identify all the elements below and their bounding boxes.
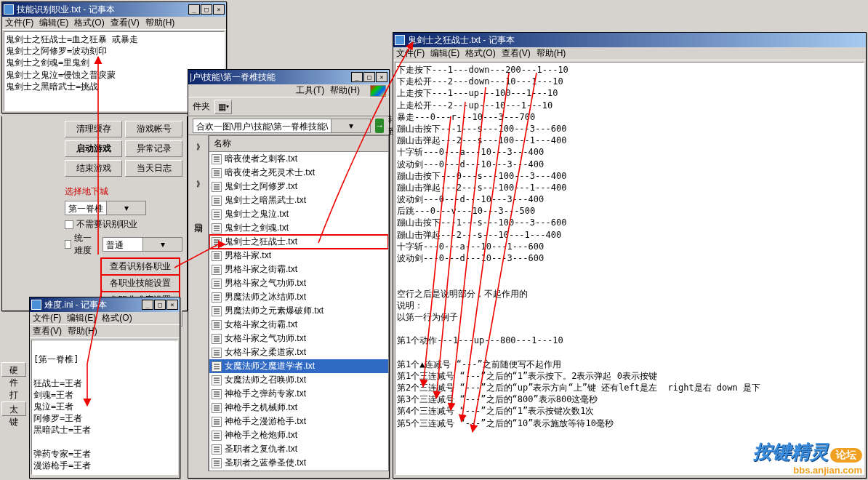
go-icon[interactable]: →: [375, 119, 384, 133]
menu-tools[interactable]: 工具(T): [296, 84, 324, 97]
menu-edit[interactable]: 编辑(E): [39, 17, 68, 29]
menu-format[interactable]: 格式(O): [102, 312, 132, 324]
file-row[interactable]: 神枪手之机械师.txt: [209, 401, 388, 415]
file-row[interactable]: 男格斗家之街霸.txt: [209, 263, 388, 276]
file-row[interactable]: 男格斗家之气功师.txt: [209, 276, 388, 290]
minimize-button[interactable]: _: [142, 300, 153, 310]
address-dropdown[interactable]: \合欢一图\用户\技能\第一脊椎技能 ▾: [193, 119, 371, 133]
watermark-text: 按键精灵: [753, 441, 829, 463]
file-name: 圣职者之复仇者.txt: [225, 443, 297, 455]
close-button[interactable]: ×: [213, 4, 225, 15]
file-row[interactable]: 暗夜使者之死灵术士.txt: [209, 166, 388, 180]
expand-icon[interactable]: ⟫: [196, 180, 201, 188]
btn-view-jobs[interactable]: 查看识别各职业: [101, 258, 180, 275]
btn-start-game[interactable]: 启动游戏: [65, 140, 122, 157]
file-name: 鬼剑士之狂战士.txt: [225, 236, 297, 248]
text-content[interactable]: [第一脊椎] 狂战士=王者 剑魂=王者 鬼泣=王者 阿修罗=王者 黑暗武士=王者…: [31, 340, 178, 475]
menu-help[interactable]: 帮助(H): [145, 17, 175, 29]
expand-icon[interactable]: ⟫: [196, 143, 201, 151]
file-icon: [212, 265, 222, 275]
hardware-fragment: 硬件打 太键: [1, 362, 28, 427]
text-content[interactable]: 下走按下---1---down---200---1---10 下走松开---2-…: [395, 62, 864, 475]
file-name: 男格斗家之气功师.txt: [225, 277, 306, 289]
titlebar[interactable]: 鬼剑士之狂战士.txt - 记事本: [393, 33, 866, 47]
menubar: 文件(F) 编辑(E) 格式(O): [30, 312, 180, 325]
menu-view[interactable]: 查看(V): [110, 17, 140, 29]
difficulty-dropdown[interactable]: 普通 ▾: [103, 237, 182, 252]
titlebar[interactable]: 技能识别职业.txt - 记事本 _ □ ×: [2, 2, 226, 17]
menu-edit[interactable]: 编辑(E): [67, 312, 96, 324]
file-name: 神枪手之机械师.txt: [225, 401, 297, 414]
app-icon: [395, 35, 405, 45]
maximize-button[interactable]: □: [154, 300, 166, 310]
chevron-down-icon[interactable]: ▾: [106, 201, 145, 215]
chk-label: 不需要识别职业: [76, 218, 137, 231]
file-row[interactable]: 男魔法师之元素爆破师.txt: [209, 304, 388, 318]
btn-abnormal-log[interactable]: 异常记录: [125, 140, 182, 157]
file-row[interactable]: 鬼剑士之狂战士.txt: [209, 235, 388, 249]
window-title: |户\技能\第一脊椎技能: [190, 71, 351, 84]
chevron-down-icon[interactable]: ▾: [331, 119, 370, 132]
checkbox-box[interactable]: [65, 240, 71, 249]
file-list[interactable]: 名称 暗夜使者之刺客.txt暗夜使者之死灵术士.txt鬼剑士之阿修罗.txt鬼剑…: [209, 135, 389, 471]
file-row[interactable]: 神枪手之弹药专家.txt: [209, 387, 388, 401]
file-row[interactable]: 女格斗家之气功师.txt: [209, 332, 388, 345]
file-row[interactable]: 男格斗家.txt: [209, 249, 388, 263]
file-row[interactable]: 鬼剑士之鬼泣.txt: [209, 207, 388, 221]
file-row[interactable]: 女魔法师之魔道学者.txt: [209, 359, 388, 373]
file-row[interactable]: 男魔法师之冰结师.txt: [209, 290, 388, 304]
btn-today-log[interactable]: 当天日志: [125, 160, 182, 177]
file-name: 女魔法师之召唤师.txt: [225, 374, 306, 386]
maximize-button[interactable]: □: [363, 72, 375, 82]
menu-help[interactable]: 帮助(H): [537, 47, 566, 60]
address-value: \合欢一图\用户\技能\第一脊椎技能: [193, 119, 331, 132]
menu-file[interactable]: 文件(F): [5, 17, 33, 29]
file-row[interactable]: 女魔法师之召唤师.txt: [209, 373, 388, 387]
file-row[interactable]: 神枪手之漫游枪手.txt: [209, 415, 388, 428]
file-row[interactable]: 圣职者之驱魔师.txt: [209, 470, 388, 471]
file-row[interactable]: 女格斗家之柔道家.txt: [209, 345, 388, 359]
titlebar[interactable]: |户\技能\第一脊椎技能 _ □ ×: [188, 70, 389, 84]
btn-stop-game[interactable]: 结束游戏: [65, 160, 122, 177]
titlebar[interactable]: 难度.ini - 记事本 _ □ ×: [30, 297, 180, 312]
menubar: 文件(F) 编辑(E) 格式(O) 查看(V) 帮助(H): [2, 17, 226, 30]
hw-btn[interactable]: 太键: [1, 401, 26, 416]
file-row[interactable]: 鬼剑士之阿修罗.txt: [209, 180, 388, 193]
menu-help[interactable]: 帮助(H): [330, 84, 360, 97]
menu-file[interactable]: 文件(F): [33, 312, 61, 324]
file-row[interactable]: 暗夜使者之刺客.txt: [209, 152, 388, 166]
file-name: 暗夜使者之刺客.txt: [225, 153, 297, 165]
file-row[interactable]: 圣职者之蓝拳圣使.txt: [209, 456, 388, 470]
close-button[interactable]: ×: [166, 300, 178, 310]
chk-no-job-detect[interactable]: 不需要识别职业: [65, 218, 182, 231]
menu-format[interactable]: 格式(O): [465, 47, 495, 60]
file-row[interactable]: 鬼剑士之剑魂.txt: [209, 221, 388, 235]
column-name[interactable]: 名称: [209, 136, 388, 152]
folder-label: 件夹: [193, 100, 210, 113]
menu-format[interactable]: 格式(O): [74, 17, 104, 29]
dungeon-dropdown[interactable]: 第一脊椎 ▾: [65, 201, 146, 215]
minimize-button[interactable]: _: [188, 4, 200, 15]
file-icon: [212, 292, 222, 303]
btn-game-account[interactable]: 游戏帐号: [125, 121, 182, 137]
file-row[interactable]: 女格斗家之街霸.txt: [209, 318, 388, 332]
file-row[interactable]: 鬼剑士之暗黑武士.txt: [209, 193, 388, 207]
btn-clear-cache[interactable]: 清理缓存: [65, 121, 122, 137]
file-row[interactable]: 圣职者之复仇者.txt: [209, 442, 388, 456]
minimize-button[interactable]: _: [351, 72, 363, 82]
menu-view[interactable]: 查看(V): [33, 325, 62, 337]
maximize-button[interactable]: □: [201, 4, 212, 15]
btn-job-skill-settings[interactable]: 各职业技能设置: [101, 275, 180, 292]
menu-file[interactable]: 文件(F): [396, 47, 425, 60]
menu-help[interactable]: 帮助(H): [68, 325, 97, 337]
file-name: 鬼剑士之剑魂.txt: [225, 222, 289, 234]
view-button[interactable]: ▦▾: [214, 100, 232, 114]
file-icon: [212, 279, 222, 289]
file-name: 女魔法师之魔道学者.txt: [225, 360, 315, 372]
menu-edit[interactable]: 编辑(E): [430, 47, 459, 60]
notepad-window-berserker: 鬼剑士之狂战士.txt - 记事本 文件(F) 编辑(E) 格式(O) 查看(V…: [393, 32, 867, 479]
menu-view[interactable]: 查看(V): [502, 47, 531, 60]
close-button[interactable]: ×: [376, 72, 387, 82]
chevron-down-icon[interactable]: ▾: [142, 238, 182, 251]
file-row[interactable]: 神枪手之枪炮师.txt: [209, 428, 388, 442]
